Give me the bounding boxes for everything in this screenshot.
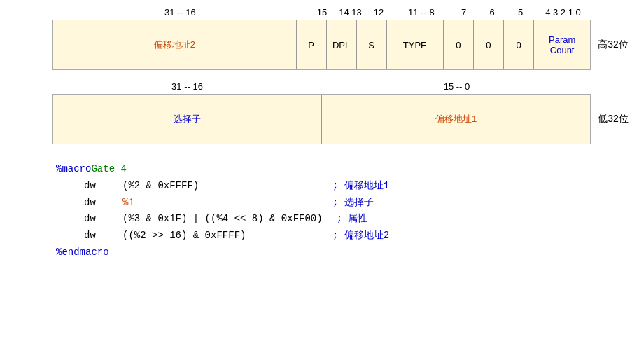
bit-label-43210: 4 3 2 1 0 — [535, 7, 592, 18]
cell-0b: 0 — [474, 20, 504, 69]
expr-3: (%3 & 0x1F) | ((%4 << 8) & 0xFF00) — [122, 211, 323, 228]
comment-4: ; 偏移地址2 — [332, 228, 389, 244]
low32-register-box: 选择子 偏移地址1 — [52, 94, 591, 144]
cell-0c: 0 — [504, 20, 534, 69]
comment-2: ; 选择子 — [332, 195, 374, 212]
code-line-1: %macro Gate 4 — [56, 161, 630, 178]
low-bit-label-15-0: 15 -- 0 — [322, 81, 592, 92]
high32-register-box: 偏移地址2 P DPL S TYPE 0 0 0 Param Count — [52, 20, 591, 70]
code-line-6: %endmacro — [56, 244, 630, 261]
cell-offset1: 偏移地址1 — [322, 95, 590, 144]
endmacro-keyword: %endmacro — [56, 244, 109, 261]
bit-label-6: 6 — [478, 7, 507, 18]
bit-label-5: 5 — [506, 7, 535, 18]
high32-side-label: 高32位 — [591, 39, 630, 51]
code-line-4: dw (%3 & 0x1F) | ((%4 << 8) & 0xFF00) ; … — [56, 211, 630, 228]
comment-3: ; 属性 — [337, 211, 368, 228]
comment-1: ; 偏移地址1 — [332, 178, 389, 195]
bit-label-31-16: 31 -- 16 — [52, 7, 308, 18]
high32-section: 31 -- 16 15 14 13 12 11 -- 8 7 6 5 4 3 2… — [14, 7, 630, 70]
cell-selector: 选择子 — [53, 95, 322, 144]
code-section: %macro Gate 4 dw (%2 & 0xFFFF) ; 偏移地址1 d… — [56, 161, 630, 261]
high32-bit-labels: 31 -- 16 15 14 13 12 11 -- 8 7 6 5 4 3 2… — [52, 7, 592, 18]
bit-label-12: 12 — [365, 7, 393, 18]
low-bit-label-31-16: 31 -- 16 — [52, 81, 322, 92]
cell-S: S — [357, 20, 387, 69]
low32-section: 31 -- 16 15 -- 0 选择子 偏移地址1 低32位 — [14, 81, 630, 144]
macro-name: Gate 4 — [91, 161, 126, 178]
dw-4: dw — [84, 228, 122, 244]
bit-label-1413: 14 13 — [336, 7, 365, 18]
dw-1: dw — [84, 178, 122, 195]
cell-offset2: 偏移地址2 — [53, 20, 297, 69]
cell-DPL: DPL — [327, 20, 357, 69]
bit-label-7: 7 — [449, 7, 478, 18]
dw-2: dw — [84, 195, 122, 212]
low32-register-row: 选择子 偏移地址1 低32位 — [14, 94, 630, 144]
macro-keyword: %macro — [56, 161, 91, 178]
dw-3: dw — [84, 211, 122, 228]
low32-bit-labels: 31 -- 16 15 -- 0 — [52, 81, 592, 92]
main-container: 31 -- 16 15 14 13 12 11 -- 8 7 6 5 4 3 2… — [14, 7, 630, 261]
expr-2: %1 — [122, 195, 318, 212]
cell-P: P — [297, 20, 327, 69]
expr-1: (%2 & 0xFFFF) — [122, 178, 318, 195]
code-line-5: dw ((%2 >> 16) & 0xFFFF) ; 偏移地址2 — [56, 228, 630, 244]
cell-TYPE: TYPE — [387, 20, 444, 69]
expr-4: ((%2 >> 16) & 0xFFFF) — [122, 228, 318, 244]
bit-label-11-8: 11 -- 8 — [393, 7, 449, 18]
cell-0a: 0 — [444, 20, 474, 69]
code-line-2: dw (%2 & 0xFFFF) ; 偏移地址1 — [56, 178, 630, 195]
high32-register-row: 偏移地址2 P DPL S TYPE 0 0 0 Param Count 高32… — [14, 20, 630, 70]
code-line-3: dw %1 ; 选择子 — [56, 195, 630, 212]
bit-label-15: 15 — [308, 7, 337, 18]
cell-param-count: Param Count — [534, 20, 590, 69]
low32-side-label: 低32位 — [591, 113, 630, 125]
